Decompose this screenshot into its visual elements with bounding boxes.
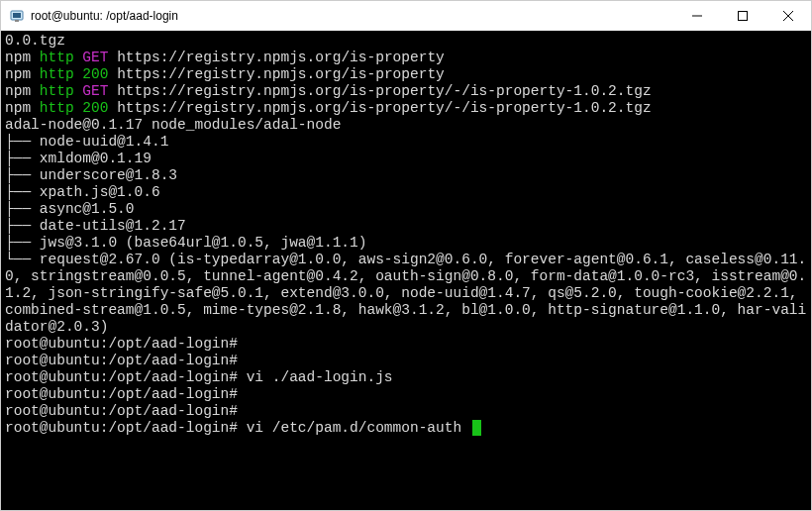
terminal-segment: https://registry.npmjs.org/is-property/-… xyxy=(117,83,652,99)
titlebar[interactable]: root@ubuntu: /opt/aad-login xyxy=(1,1,811,31)
terminal-segment: npm xyxy=(5,83,40,99)
terminal-segment: ├── jws@3.1.0 (base64url@1.0.5, jwa@1.1.… xyxy=(5,235,366,251)
terminal-segment: npm xyxy=(5,66,40,82)
terminal-segment: http xyxy=(40,83,83,99)
terminal-segment: ├── async@1.5.0 xyxy=(5,201,135,217)
minimize-button[interactable] xyxy=(674,1,720,31)
terminal-line: adal-node@0.1.17 node_modules/adal-node xyxy=(5,117,807,134)
maximize-button[interactable] xyxy=(720,1,765,31)
terminal-segment: root@ubuntu:/opt/aad-login# vi ./aad-log… xyxy=(5,369,393,385)
terminal-segment: root@ubuntu:/opt/aad-login# vi /etc/pam.… xyxy=(5,420,470,436)
terminal-line: root@ubuntu:/opt/aad-login# vi /etc/pam.… xyxy=(5,420,807,437)
terminal-segment: ├── underscore@1.8.3 xyxy=(5,167,177,183)
terminal-segment: ├── xmldom@0.1.19 xyxy=(5,151,152,166)
terminal-line: ├── async@1.5.0 xyxy=(5,201,807,218)
terminal-segment: https://registry.npmjs.org/is-property/-… xyxy=(117,100,652,116)
svg-rect-1 xyxy=(13,13,21,18)
terminal-segment: root@ubuntu:/opt/aad-login# xyxy=(5,336,238,352)
terminal-line: root@ubuntu:/opt/aad-login# xyxy=(5,353,807,369)
terminal-segment: GET xyxy=(82,83,117,99)
close-button[interactable] xyxy=(765,1,811,31)
terminal-line: npm http GET https://registry.npmjs.org/… xyxy=(5,50,807,66)
terminal-segment: root@ubuntu:/opt/aad-login# xyxy=(5,386,238,402)
putty-window: root@ubuntu: /opt/aad-login 0.0.tgznpm h… xyxy=(0,0,812,511)
terminal-segment: http xyxy=(40,50,83,65)
terminal-line: 0.0.tgz xyxy=(5,33,807,50)
svg-rect-4 xyxy=(739,12,748,21)
terminal-segment: http xyxy=(40,66,83,82)
terminal-line: npm http GET https://registry.npmjs.org/… xyxy=(5,83,807,100)
terminal-segment: 0.0.tgz xyxy=(5,33,65,49)
svg-rect-2 xyxy=(15,20,19,22)
terminal-line: └── request@2.67.0 (is-typedarray@1.0.0,… xyxy=(5,252,807,336)
terminal-segment: ├── xpath.js@1.0.6 xyxy=(5,184,160,200)
terminal-line: npm http 200 https://registry.npmjs.org/… xyxy=(5,100,807,117)
terminal-segment: npm xyxy=(5,100,40,116)
terminal-line: root@ubuntu:/opt/aad-login# xyxy=(5,386,807,403)
terminal-line: ├── xpath.js@1.0.6 xyxy=(5,184,807,201)
terminal-segment: 200 xyxy=(82,66,117,82)
putty-icon xyxy=(9,8,25,24)
terminal-segment: https://registry.npmjs.org/is-property xyxy=(117,66,445,82)
terminal-segment: GET xyxy=(82,50,117,65)
terminal-line: root@ubuntu:/opt/aad-login# vi ./aad-log… xyxy=(5,369,807,386)
terminal-line: ├── date-utils@1.2.17 xyxy=(5,218,807,235)
terminal-segment: https://registry.npmjs.org/is-property xyxy=(117,50,445,65)
cursor xyxy=(472,420,481,436)
terminal-segment: ├── date-utils@1.2.17 xyxy=(5,218,186,234)
terminal-line: npm http 200 https://registry.npmjs.org/… xyxy=(5,66,807,83)
terminal-segment: 200 xyxy=(82,100,117,116)
terminal-segment: npm xyxy=(5,50,40,65)
window-title: root@ubuntu: /opt/aad-login xyxy=(31,9,178,23)
terminal-line: ├── xmldom@0.1.19 xyxy=(5,151,807,167)
terminal-segment: root@ubuntu:/opt/aad-login# xyxy=(5,403,238,419)
terminal-segment: root@ubuntu:/opt/aad-login# xyxy=(5,353,238,368)
terminal-line: ├── node-uuid@1.4.1 xyxy=(5,134,807,151)
terminal-line: root@ubuntu:/opt/aad-login# xyxy=(5,403,807,420)
terminal-segment: http xyxy=(40,100,83,116)
terminal-segment: ├── node-uuid@1.4.1 xyxy=(5,134,168,150)
terminal-line: ├── underscore@1.8.3 xyxy=(5,167,807,184)
terminal-segment: └── request@2.67.0 (is-typedarray@1.0.0,… xyxy=(5,252,806,335)
terminal-segment: adal-node@0.1.17 node_modules/adal-node xyxy=(5,117,341,133)
terminal-line: root@ubuntu:/opt/aad-login# xyxy=(5,336,807,353)
terminal-line: ├── jws@3.1.0 (base64url@1.0.5, jwa@1.1.… xyxy=(5,235,807,252)
terminal-output[interactable]: 0.0.tgznpm http GET https://registry.npm… xyxy=(1,31,811,510)
